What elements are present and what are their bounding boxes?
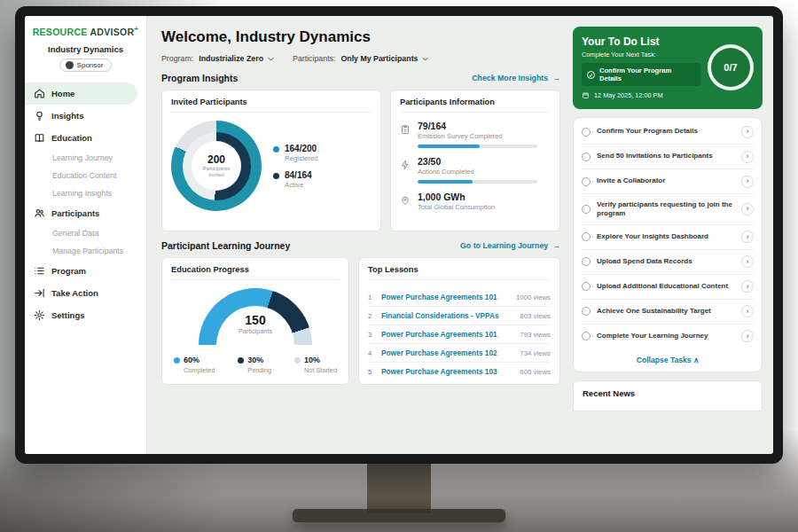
lesson-link[interactable]: Power Purchase Agreements 103: [381, 367, 513, 376]
sidebar-item-education[interactable]: Education: [25, 127, 146, 149]
home-icon: [34, 88, 45, 99]
todo-next-task[interactable]: ✓ Confirm Your Program Details: [582, 63, 700, 86]
sidebar-item-learning-insights[interactable]: Learning Insights: [25, 184, 146, 202]
chevron-right-icon[interactable]: ›: [741, 305, 754, 317]
calendar-icon: [582, 91, 590, 99]
task-item[interactable]: Upload Additional Educational Content ›: [582, 275, 754, 300]
arrow-right-icon: →: [552, 241, 560, 250]
sidebar-item-participants[interactable]: Participants: [25, 202, 146, 224]
sidebar-item-take-action[interactable]: Take Action: [25, 282, 146, 304]
program-select[interactable]: Industrialize Zero: [199, 54, 275, 63]
main-content: Welcome, Industry Dynamics Program: Indu…: [147, 16, 571, 454]
lesson-link[interactable]: Power Purchase Agreements 101: [381, 293, 510, 301]
lesson-row: 4 Power Purchase Agreements 102 734 view…: [368, 344, 551, 363]
todo-summary-card: Your To Do List Complete Your Next Task:…: [573, 27, 763, 109]
participants-select[interactable]: Only My Participants: [340, 54, 429, 63]
chevron-right-icon[interactable]: ›: [741, 176, 754, 188]
top-lessons-card: Top Lessons 1 Power Purchase Agreements …: [358, 257, 560, 385]
chevron-right-icon[interactable]: ›: [741, 203, 754, 215]
lightbulb-icon: [34, 110, 45, 121]
participants-select-value: Only My Participants: [340, 54, 418, 63]
recent-news-card: Recent News: [573, 380, 763, 411]
actions-completed-row: 23/50 Actions Completed: [400, 156, 551, 184]
sidebar-item-general-data[interactable]: General Data: [25, 224, 146, 242]
not-started-dot-icon: [294, 357, 301, 364]
chevron-right-icon[interactable]: ›: [741, 231, 754, 243]
task-item[interactable]: Explore Your Insights Dashboard ›: [582, 225, 754, 250]
task-item[interactable]: Verify participants requesting to join t…: [582, 194, 754, 225]
todo-panel: Your To Do List Complete Your Next Task:…: [571, 16, 773, 454]
task-item[interactable]: Upload Spend Data Records ›: [582, 250, 754, 275]
chevron-down-icon: [267, 55, 275, 63]
monitor-bezel: RESOURCE ADVISOR+ Industry Dynamics Spon…: [15, 6, 783, 464]
monitor-stand-base: [293, 509, 505, 522]
global-consumption-row: 1,000 GWh Total Global Consumption: [400, 192, 551, 215]
program-insights-title: Program Insights: [161, 73, 238, 83]
sidebar-item-manage-participants[interactable]: Manage Participants: [25, 242, 146, 260]
task-checkbox[interactable]: [582, 128, 591, 137]
lesson-link[interactable]: Power Purchase Agreements 101: [381, 330, 513, 339]
chevron-up-icon: ∧: [693, 356, 699, 364]
chevron-right-icon[interactable]: ›: [741, 330, 754, 342]
chevron-right-icon[interactable]: ›: [741, 151, 754, 163]
photo-background: RESOURCE ADVISOR+ Industry Dynamics Spon…: [0, 0, 798, 532]
task-item[interactable]: Send 50 Invitations to Participants ›: [582, 145, 754, 169]
task-item[interactable]: Invite a Collaborator ›: [582, 169, 754, 194]
sidebar-item-home[interactable]: Home: [25, 82, 137, 105]
progress-bar: [418, 180, 537, 184]
task-checkbox[interactable]: [582, 307, 591, 316]
sidebar-item-program[interactable]: Program: [25, 260, 146, 282]
task-checkbox[interactable]: [582, 332, 591, 340]
check-more-insights-link[interactable]: Check More Insights →: [472, 74, 560, 82]
task-item[interactable]: Complete Your Learning Journey ›: [582, 325, 754, 348]
collapse-tasks-link[interactable]: Collapse Tasks ∧: [582, 348, 754, 372]
chevron-right-icon[interactable]: ›: [741, 280, 754, 293]
gear-icon: [34, 309, 45, 321]
sidebar-item-settings[interactable]: Settings: [25, 304, 146, 326]
registered-dot-icon: [273, 146, 279, 153]
task-checkbox[interactable]: [582, 153, 591, 161]
task-checkbox[interactable]: [582, 257, 591, 266]
task-checkbox[interactable]: [582, 232, 591, 241]
lesson-link[interactable]: Power Purchase Agreements 102: [381, 348, 513, 357]
recent-news-title: Recent News: [583, 388, 635, 398]
go-to-learning-journey-link[interactable]: Go to Learning Journey →: [460, 241, 560, 250]
lesson-row: 5 Power Purchase Agreements 103 600 view…: [368, 363, 551, 380]
sidebar-item-education-content[interactable]: Education Content: [25, 167, 146, 184]
lesson-link[interactable]: Financial Considerations - VPPAs: [381, 311, 513, 320]
sponsor-icon: [66, 61, 74, 69]
chevron-right-icon[interactable]: ›: [741, 255, 754, 268]
todo-due-date: 12 May 2025, 12:00 PM: [582, 91, 700, 99]
lesson-row: 1 Power Purchase Agreements 101 1000 vie…: [368, 288, 551, 307]
org-name: Industry Dynamics: [25, 44, 146, 54]
task-checkbox[interactable]: [582, 282, 591, 291]
sponsor-badge[interactable]: Sponsor: [59, 59, 113, 72]
logo-resource: RESOURCE: [33, 27, 88, 37]
list-icon: [34, 265, 45, 277]
filters-bar: Program: Industrialize Zero Participants…: [161, 54, 560, 63]
learning-journey-title: Participant Learning Journey: [161, 240, 290, 251]
page-title: Welcome, Industry Dynamics: [161, 28, 560, 46]
task-item[interactable]: Achieve One Sustainability Target ›: [582, 300, 754, 325]
task-checkbox[interactable]: [582, 205, 591, 214]
clipboard-icon: [400, 122, 411, 135]
legend-not-started: 10% Not Started: [294, 356, 337, 374]
participants-filter-label: Participants:: [293, 54, 335, 63]
monitor-stand: [367, 462, 431, 513]
program-select-value: Industrialize Zero: [199, 54, 263, 63]
program-filter-label: Program:: [161, 54, 193, 63]
sidebar-item-insights[interactable]: Insights: [25, 105, 146, 127]
task-item[interactable]: Confirm Your Program Details ›: [582, 120, 754, 145]
sidebar-item-learning-journey[interactable]: Learning Journey: [25, 149, 146, 167]
card-title: Invited Participants: [171, 98, 372, 113]
legend-pending: 30% Pending: [238, 356, 271, 374]
sidebar-item-label: Education: [51, 133, 92, 143]
chevron-right-icon[interactable]: ›: [741, 126, 754, 138]
app-window: RESOURCE ADVISOR+ Industry Dynamics Spon…: [25, 16, 773, 454]
sidebar-item-label: Settings: [51, 310, 84, 320]
sidebar-nav: Home Insights Education Learning Journey…: [25, 82, 146, 326]
lightning-icon: [400, 158, 411, 170]
task-checkbox[interactable]: [582, 177, 591, 186]
legend-active: 84/164 Active: [273, 170, 318, 189]
card-title: Top Lessons: [368, 265, 551, 280]
